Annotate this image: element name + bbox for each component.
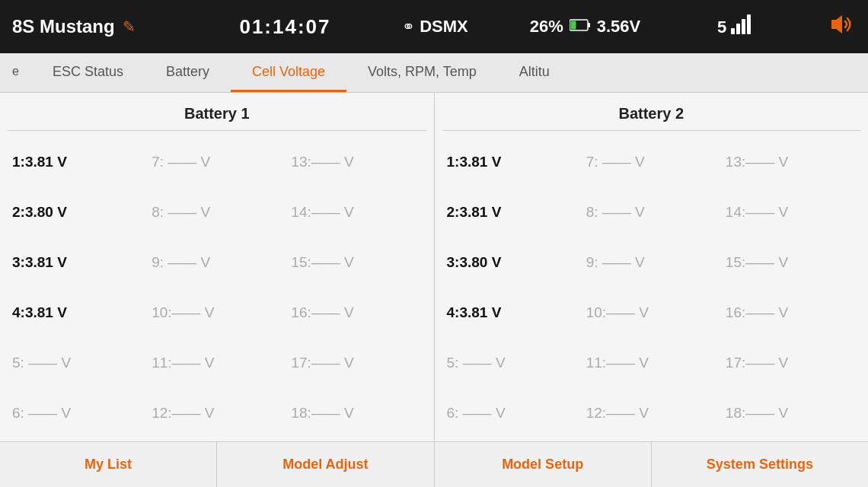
- cell-2-6: 6: —— V: [442, 388, 582, 438]
- cell-2-7: 7: —— V: [582, 137, 721, 187]
- svg-rect-5: [736, 24, 740, 34]
- system-settings-button[interactable]: System Settings: [652, 442, 868, 487]
- footer: My List Model Adjust Model Setup System …: [0, 441, 868, 487]
- cell-2-4: 4:3.81 V: [442, 288, 582, 338]
- link-section: ⚭ DSMX: [360, 17, 510, 37]
- model-setup-button[interactable]: Model Setup: [435, 442, 652, 487]
- tab-bar: e ESC Status Battery Cell Voltage Volts,…: [0, 53, 868, 93]
- cell-2-2: 2:3.81 V: [442, 187, 582, 237]
- cell-2-9: 9: —— V: [582, 237, 721, 288]
- cell-2-1: 1:3.81 V: [442, 137, 582, 187]
- battery-status-section: 26% 3.56V: [510, 17, 660, 37]
- tab-altitude[interactable]: Altitu: [498, 53, 571, 92]
- sound-icon[interactable]: [828, 11, 856, 43]
- battery-voltage: 3.56V: [597, 17, 641, 37]
- battery-2-cells: 1:3.81 V 7: —— V 13:—— V 2:3.81 V 8: —— …: [442, 134, 861, 441]
- tab-volts-rpm-temp[interactable]: Volts, RPM, Temp: [346, 53, 498, 92]
- cell-2-12: 12:—— V: [582, 388, 721, 438]
- cell-2-16: 16:—— V: [721, 288, 860, 338]
- link-icon: ⚭: [402, 18, 415, 36]
- cell-1-4: 4:3.81 V: [8, 288, 147, 338]
- main-content: Battery 1 1:3.81 V 7: —— V 13:—— V 2:3.8…: [0, 93, 868, 441]
- cell-2-18: 18:—— V: [721, 388, 860, 438]
- tab-cell-voltage[interactable]: Cell Voltage: [231, 53, 346, 92]
- header: 8S Mustang ✎ 01:14:07 ⚭ DSMX 26% 3.56V 5: [0, 0, 868, 53]
- battery-icon: [570, 19, 591, 34]
- my-list-button[interactable]: My List: [0, 442, 217, 487]
- timer-section: 01:14:07: [210, 15, 360, 39]
- cell-1-14: 14:—— V: [286, 187, 426, 237]
- svg-rect-6: [742, 19, 745, 34]
- svg-rect-2: [570, 21, 576, 30]
- sound-section: [810, 11, 856, 43]
- cell-1-15: 15:—— V: [286, 237, 426, 288]
- cell-2-5: 5: —— V: [442, 338, 582, 388]
- cell-2-3: 3:3.80 V: [442, 237, 582, 288]
- tab-battery[interactable]: Battery: [145, 53, 231, 92]
- cell-1-5: 5: —— V: [8, 338, 147, 388]
- battery-percent: 26%: [530, 17, 563, 37]
- battery-1-section: Battery 1 1:3.81 V 7: —— V 13:—— V 2:3.8…: [0, 93, 435, 441]
- model-name-section: 8S Mustang ✎: [12, 16, 210, 37]
- link-label: DSMX: [420, 17, 468, 37]
- cell-1-1: 1:3.81 V: [8, 137, 147, 187]
- svg-text:5: 5: [717, 18, 726, 37]
- svg-rect-1: [588, 23, 590, 27]
- svg-marker-8: [831, 15, 842, 33]
- cell-1-11: 11:—— V: [147, 338, 286, 388]
- tab-esc-status[interactable]: ESC Status: [31, 53, 145, 92]
- cell-2-10: 10:—— V: [582, 288, 721, 338]
- timer-display: 01:14:07: [239, 15, 330, 39]
- svg-rect-7: [747, 14, 751, 34]
- cell-2-17: 17:—— V: [721, 338, 860, 388]
- cell-1-6: 6: —— V: [8, 388, 147, 438]
- cell-1-3: 3:3.81 V: [8, 237, 147, 288]
- battery-1-cells: 1:3.81 V 7: —— V 13:—— V 2:3.80 V 8: —— …: [8, 134, 426, 441]
- cell-1-16: 16:—— V: [286, 288, 426, 338]
- cell-1-7: 7: —— V: [147, 137, 286, 187]
- cell-1-9: 9: —— V: [147, 237, 286, 288]
- tab-partial[interactable]: e: [0, 53, 31, 92]
- cell-1-17: 17:—— V: [286, 338, 426, 388]
- svg-rect-4: [731, 28, 735, 34]
- model-name: 8S Mustang: [12, 16, 115, 37]
- battery-2-section: Battery 2 1:3.81 V 7: —— V 13:—— V 2:3.8…: [435, 93, 869, 441]
- battery-1-header: Battery 1: [8, 93, 426, 131]
- cell-1-8: 8: —— V: [147, 187, 286, 237]
- cell-2-8: 8: —— V: [582, 187, 721, 237]
- cell-1-2: 2:3.80 V: [8, 187, 147, 237]
- cell-2-15: 15:—— V: [721, 237, 860, 288]
- cell-2-14: 14:—— V: [721, 187, 860, 237]
- signal-section: 5: [660, 13, 810, 40]
- signal-icon: 5: [717, 13, 754, 40]
- battery-2-header: Battery 2: [442, 93, 861, 131]
- batteries-container: Battery 1 1:3.81 V 7: —— V 13:—— V 2:3.8…: [0, 93, 868, 441]
- cell-1-18: 18:—— V: [286, 388, 426, 438]
- cell-1-10: 10:—— V: [147, 288, 286, 338]
- cell-1-12: 12:—— V: [147, 388, 286, 438]
- edit-icon[interactable]: ✎: [123, 18, 136, 36]
- cell-2-13: 13:—— V: [721, 137, 860, 187]
- cell-2-11: 11:—— V: [582, 338, 721, 388]
- cell-1-13: 13:—— V: [286, 137, 426, 187]
- model-adjust-button[interactable]: Model Adjust: [217, 442, 434, 487]
